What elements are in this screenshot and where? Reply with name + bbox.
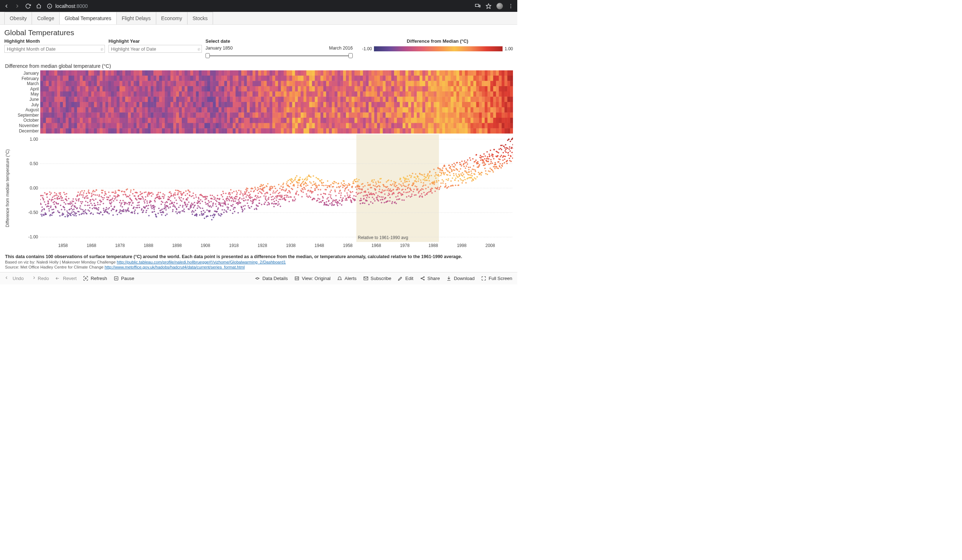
svg-rect-478 bbox=[150, 76, 153, 81]
svg-point-2715 bbox=[205, 202, 206, 203]
svg-rect-1816 bbox=[465, 107, 468, 113]
edit-button[interactable]: Edit bbox=[398, 276, 413, 281]
download-button[interactable]: Download bbox=[446, 276, 475, 281]
svg-rect-113 bbox=[63, 113, 66, 118]
svg-rect-1652 bbox=[425, 128, 428, 134]
tab-college[interactable]: College bbox=[32, 12, 59, 24]
svg-rect-554 bbox=[168, 97, 171, 102]
svg-rect-456 bbox=[145, 86, 148, 92]
svg-point-2473 bbox=[147, 208, 149, 209]
svg-rect-1406 bbox=[368, 97, 371, 102]
share-button[interactable]: Share bbox=[420, 276, 440, 281]
svg-rect-1796 bbox=[459, 128, 462, 134]
svg-point-2276 bbox=[100, 196, 102, 198]
svg-rect-825 bbox=[233, 70, 236, 76]
pause-button[interactable]: Pause bbox=[113, 276, 134, 281]
view-button[interactable]: View: Original bbox=[294, 276, 331, 281]
svg-rect-121 bbox=[66, 92, 69, 97]
tab-stocks[interactable]: Stocks bbox=[187, 12, 213, 24]
forward-icon[interactable] bbox=[15, 3, 20, 9]
svg-point-2157 bbox=[72, 214, 74, 216]
home-icon[interactable] bbox=[36, 3, 42, 9]
data-details-button[interactable]: Data Details bbox=[255, 276, 288, 281]
avatar[interactable] bbox=[496, 3, 503, 9]
tab-economy[interactable]: Economy bbox=[156, 12, 187, 24]
svg-rect-1095 bbox=[295, 102, 298, 107]
svg-rect-1113 bbox=[301, 70, 303, 76]
svg-rect-1675 bbox=[431, 123, 434, 129]
footer-credit-link[interactable]: http://public.tableau.com/profile/naledi… bbox=[117, 260, 286, 264]
svg-rect-1560 bbox=[405, 86, 408, 92]
svg-rect-860 bbox=[239, 128, 241, 134]
undo-button[interactable]: Undo bbox=[5, 276, 24, 281]
device-icon[interactable] bbox=[475, 3, 481, 9]
svg-rect-828 bbox=[233, 86, 236, 92]
subscribe-button[interactable]: Subscribe bbox=[363, 276, 392, 281]
svg-point-3521 bbox=[396, 185, 397, 186]
svg-rect-1919 bbox=[490, 81, 493, 86]
svg-rect-1540 bbox=[400, 107, 403, 113]
svg-rect-523 bbox=[159, 123, 162, 129]
svg-point-3880 bbox=[481, 172, 483, 174]
back-icon[interactable] bbox=[3, 3, 9, 9]
revert-button[interactable]: Revert bbox=[55, 276, 76, 281]
svg-text:1908: 1908 bbox=[200, 243, 210, 248]
svg-point-2583 bbox=[174, 194, 175, 196]
svg-point-2355 bbox=[119, 211, 121, 212]
svg-rect-1009 bbox=[275, 92, 278, 97]
svg-rect-1839 bbox=[471, 102, 473, 107]
svg-rect-784 bbox=[221, 107, 224, 113]
svg-point-3648 bbox=[426, 193, 428, 195]
star-icon[interactable] bbox=[486, 3, 491, 9]
svg-rect-1940 bbox=[493, 128, 496, 134]
svg-rect-1783 bbox=[456, 123, 459, 129]
search-icon[interactable]: ⌕ bbox=[198, 46, 200, 51]
svg-rect-334 bbox=[117, 76, 119, 81]
redo-button[interactable]: Redo bbox=[30, 276, 49, 281]
svg-rect-1866 bbox=[476, 118, 479, 123]
svg-rect-1358 bbox=[357, 97, 360, 102]
svg-rect-495 bbox=[153, 102, 156, 107]
svg-rect-1415 bbox=[371, 81, 374, 86]
refresh-button[interactable]: Refresh bbox=[83, 276, 107, 281]
svg-rect-74 bbox=[54, 97, 57, 102]
date-slider[interactable] bbox=[205, 52, 353, 59]
svg-rect-812 bbox=[227, 128, 230, 134]
svg-rect-1203 bbox=[320, 102, 323, 107]
highlight-month-input[interactable] bbox=[4, 45, 105, 53]
svg-point-2200 bbox=[82, 195, 84, 196]
menu-icon[interactable] bbox=[508, 3, 514, 9]
svg-rect-1906 bbox=[487, 76, 490, 81]
svg-rect-729 bbox=[210, 70, 213, 76]
svg-rect-223 bbox=[88, 123, 91, 129]
alerts-button[interactable]: Alerts bbox=[337, 276, 356, 281]
tab-obesity[interactable]: Obesity bbox=[4, 12, 32, 24]
svg-rect-742 bbox=[213, 76, 216, 81]
reload-icon[interactable] bbox=[25, 3, 31, 9]
svg-rect-1650 bbox=[425, 118, 428, 123]
svg-rect-770 bbox=[218, 97, 221, 102]
svg-point-2326 bbox=[113, 214, 114, 216]
tab-global-temperatures[interactable]: Global Temperatures bbox=[59, 12, 117, 24]
svg-point-2285 bbox=[103, 203, 104, 204]
svg-rect-90 bbox=[57, 118, 60, 123]
svg-rect-65 bbox=[52, 113, 55, 118]
search-icon[interactable]: ⌕ bbox=[100, 46, 103, 51]
svg-rect-122 bbox=[66, 97, 69, 102]
fullscreen-button[interactable]: Full Screen bbox=[481, 276, 512, 281]
scatter-chart[interactable]: Relative to 1961-1990 avg bbox=[40, 134, 513, 242]
svg-rect-271 bbox=[100, 123, 102, 129]
svg-rect-471 bbox=[148, 102, 150, 107]
url-bar[interactable]: localhost:8000 bbox=[47, 3, 470, 9]
heatmap-chart[interactable] bbox=[40, 70, 513, 134]
svg-rect-445 bbox=[142, 92, 145, 97]
svg-point-2197 bbox=[82, 201, 83, 203]
footer-source-link[interactable]: http://www.metoffice.gov.uk/hadobs/hadcr… bbox=[105, 265, 245, 269]
svg-rect-1717 bbox=[442, 92, 445, 97]
svg-point-2676 bbox=[195, 196, 197, 198]
highlight-year-input[interactable] bbox=[108, 45, 202, 53]
info-icon[interactable] bbox=[47, 3, 52, 9]
svg-point-3141 bbox=[306, 193, 307, 195]
tab-flight-delays[interactable]: Flight Delays bbox=[116, 12, 156, 24]
svg-point-2646 bbox=[188, 209, 190, 210]
